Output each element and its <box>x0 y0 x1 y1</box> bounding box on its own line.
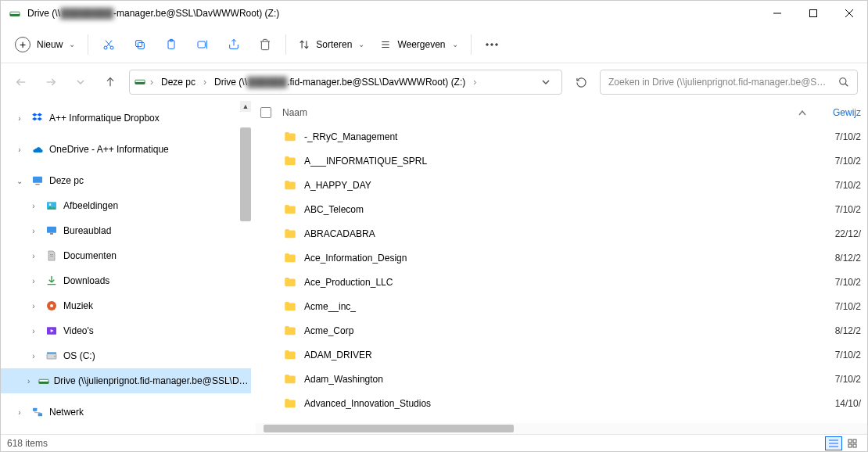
svg-rect-57 <box>853 444 856 447</box>
expand-chevron[interactable]: › <box>27 227 40 235</box>
list-icon <box>380 39 391 50</box>
minimize-button[interactable] <box>759 1 795 26</box>
column-date[interactable]: Gewijz <box>822 107 861 118</box>
copy-button[interactable] <box>124 32 156 57</box>
chevron-right-icon[interactable]: › <box>202 77 208 88</box>
svg-rect-14 <box>198 41 205 48</box>
maximize-button[interactable] <box>795 1 831 26</box>
tree-item[interactable]: ›Bureaublad <box>1 218 251 243</box>
file-row[interactable]: ABRACADABRA22/12/ <box>256 221 867 246</box>
file-row[interactable]: Acme_Corp8/12/2 <box>256 318 867 343</box>
tree-item-label: OneDrive - A++ Informatique <box>49 144 169 155</box>
folder-icon <box>282 347 298 363</box>
close-button[interactable] <box>831 1 867 26</box>
file-row[interactable]: Ace_Information_Design8/12/2 <box>256 246 867 270</box>
pc-icon <box>30 174 45 188</box>
expand-chevron[interactable]: › <box>13 145 26 154</box>
expand-chevron[interactable]: › <box>27 302 40 310</box>
expand-chevron[interactable]: ⌄ <box>13 177 26 185</box>
file-row[interactable]: Ace_Production_LLC7/10/2 <box>256 270 867 294</box>
tree-item[interactable]: ›OS (C:) <box>1 343 251 368</box>
tree-item[interactable]: ›Documenten <box>1 243 251 268</box>
view-button[interactable]: Weergeven ⌄ <box>372 36 465 53</box>
svg-point-30 <box>840 78 846 84</box>
sort-button[interactable]: Sorteren ⌄ <box>291 36 372 53</box>
file-row[interactable]: A___INFORMATIQUE_SPRL7/10/2 <box>256 149 867 173</box>
delete-button[interactable] <box>249 32 281 57</box>
svg-rect-50 <box>38 413 42 416</box>
address-bar[interactable]: › Deze pc › Drive (\\██████.fid-manager.… <box>129 70 562 95</box>
plus-icon: + <box>15 37 30 52</box>
nav-scrollbar[interactable]: ▲ <box>240 101 251 434</box>
file-name: ABRACADABRA <box>304 228 822 239</box>
music-icon <box>45 299 59 313</box>
expand-chevron[interactable]: › <box>27 277 40 285</box>
tree-item[interactable]: ›Downloads <box>1 268 251 293</box>
new-button[interactable]: + Nieuw ⌄ <box>7 34 83 56</box>
share-button[interactable] <box>218 32 249 57</box>
file-row[interactable]: -_RRyC_Management7/10/2 <box>256 124 867 149</box>
tree-item[interactable]: ⌄Deze pc <box>1 168 251 193</box>
tree-item[interactable]: ›Video's <box>1 318 251 343</box>
scroll-thumb[interactable] <box>264 425 514 432</box>
recent-dropdown[interactable] <box>70 71 91 93</box>
tree-item[interactable]: ›Muziek <box>1 293 251 318</box>
scroll-thumb[interactable] <box>240 127 251 221</box>
file-row[interactable]: ABC_Telecom7/10/2 <box>256 197 867 221</box>
tree-item-label: Drive (\\julienprignot.fid-manager.be@SS… <box>54 375 251 386</box>
onedrive-icon <box>30 142 45 156</box>
breadcrumb-this-pc[interactable]: Deze pc <box>158 75 199 89</box>
drive-app-icon <box>9 7 21 20</box>
file-row[interactable]: Acme__inc_7/10/2 <box>256 294 867 318</box>
expand-chevron[interactable]: › <box>27 352 40 361</box>
folder-icon <box>282 129 298 145</box>
netdrive-icon <box>38 374 49 388</box>
expand-chevron[interactable]: › <box>13 114 26 123</box>
file-row[interactable]: A_HAPPY_DAY7/10/2 <box>256 173 867 197</box>
expand-chevron[interactable]: › <box>27 327 40 335</box>
downloads-icon <box>45 274 59 288</box>
column-name[interactable]: Naam <box>256 107 822 118</box>
folder-icon <box>282 226 298 242</box>
tree-item-label: Downloads <box>63 275 109 286</box>
file-row[interactable]: Adam_Washington7/10/2 <box>256 367 867 391</box>
tree-item[interactable]: ›A++ Informatique Dropbox <box>1 106 251 131</box>
expand-chevron[interactable]: › <box>27 252 40 260</box>
expand-chevron[interactable]: › <box>27 202 40 210</box>
tree-item[interactable]: ›Afbeeldingen <box>1 193 251 218</box>
thumbnails-view-button[interactable] <box>844 436 861 450</box>
expand-chevron[interactable]: › <box>24 377 34 386</box>
forward-button[interactable] <box>40 71 62 93</box>
chevron-right-icon[interactable]: › <box>149 77 155 88</box>
desktop-icon <box>45 224 59 238</box>
chevron-down-icon: ⌄ <box>69 40 75 48</box>
search-input[interactable]: Zoeken in Drive (\\julienprignot.fid-man… <box>600 70 858 95</box>
chevron-right-icon[interactable]: › <box>472 77 478 88</box>
file-row[interactable]: Advanced_Innovation_Studios14/10/ <box>256 391 867 415</box>
tree-item[interactable]: ›Netwerk <box>1 400 251 425</box>
file-row[interactable]: ADAM_DRIVER7/10/2 <box>256 343 867 367</box>
paste-button[interactable] <box>156 32 187 57</box>
cut-button[interactable] <box>93 32 124 57</box>
file-date: 8/12/2 <box>822 253 861 264</box>
up-button[interactable] <box>99 71 121 93</box>
folder-icon <box>282 153 298 169</box>
address-history-dropdown[interactable] <box>535 71 557 93</box>
scroll-up-icon[interactable]: ▲ <box>240 101 251 112</box>
folder-icon <box>282 250 298 266</box>
rename-button[interactable] <box>187 32 218 57</box>
tree-item[interactable]: ›Drive (\\julienprignot.fid-manager.be@S… <box>1 368 251 393</box>
navigation-pane[interactable]: ›A++ Informatique Dropbox›OneDrive - A++… <box>1 101 251 434</box>
horizontal-scrollbar[interactable] <box>256 423 867 434</box>
svg-rect-54 <box>848 439 852 443</box>
select-all-checkbox[interactable] <box>260 107 271 118</box>
tree-item[interactable]: ›OneDrive - A++ Informatique <box>1 137 251 162</box>
svg-line-8 <box>107 40 113 46</box>
back-button[interactable] <box>10 71 32 93</box>
expand-chevron[interactable]: › <box>13 408 26 417</box>
breadcrumb-drive[interactable]: Drive (\\██████.fid-manager.be@SSL\DavWW… <box>211 75 468 89</box>
details-view-button[interactable] <box>825 436 842 450</box>
window-title: Drive (\\████████-manager.be@SSL\DavWWWR… <box>27 8 759 19</box>
more-button[interactable] <box>476 32 508 57</box>
refresh-button[interactable] <box>570 71 592 93</box>
